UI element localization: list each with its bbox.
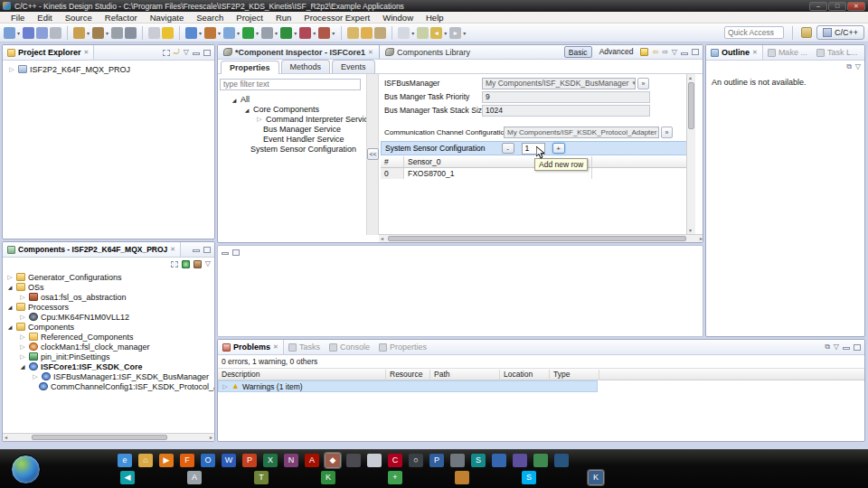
open-folder-icon[interactable] bbox=[361, 27, 373, 39]
eclipse-app-icon[interactable]: ○ bbox=[409, 454, 423, 467]
scroll-up-icon[interactable]: ▴ bbox=[689, 74, 692, 82]
debug-attach-icon[interactable] bbox=[73, 27, 85, 39]
dark-utility-icon[interactable] bbox=[346, 454, 361, 467]
priority-field[interactable]: 9 bbox=[482, 91, 650, 103]
node-osa1[interactable]: ▷ osa1:fsl_os_abstraction bbox=[6, 292, 214, 302]
filter-icon[interactable]: ⧉ bbox=[825, 343, 830, 351]
expand-arrow-icon[interactable]: ▷ bbox=[8, 66, 15, 73]
menu-refactor[interactable]: Refactor bbox=[99, 13, 144, 23]
quick-access-input[interactable] bbox=[724, 26, 784, 39]
save-all-icon[interactable] bbox=[36, 27, 48, 39]
close-window-button[interactable]: ✕ bbox=[847, 2, 865, 11]
close-icon[interactable]: ✕ bbox=[170, 246, 175, 253]
column-path[interactable]: Path bbox=[430, 370, 500, 380]
node-components[interactable]: ◢ Components bbox=[6, 322, 214, 332]
search-icon[interactable] bbox=[374, 27, 386, 39]
column-location[interactable]: Location bbox=[500, 370, 550, 380]
minimize-view-icon[interactable] bbox=[843, 347, 850, 350]
dropdown-caret-icon[interactable]: ▾ bbox=[463, 30, 466, 36]
tab-make-target[interactable]: Make ... bbox=[763, 45, 812, 60]
orange-box-icon[interactable] bbox=[455, 471, 469, 484]
new-wizard-icon[interactable] bbox=[4, 27, 15, 39]
forward-arrow-icon[interactable]: ⇨ bbox=[662, 49, 668, 56]
expanded-arrow-icon[interactable]: ◢ bbox=[231, 97, 238, 103]
focus-icon[interactable]: ⧉ bbox=[846, 63, 852, 70]
firefox-icon[interactable]: F bbox=[180, 454, 194, 467]
node-generator-configurations[interactable]: ▷ Generator_Configurations bbox=[6, 272, 214, 282]
column-type[interactable]: Type bbox=[550, 370, 599, 380]
dropdown-caret-icon[interactable]: ▾ bbox=[199, 30, 202, 36]
tab-console[interactable]: Console bbox=[325, 340, 374, 354]
scroll-right-icon[interactable]: ▸ bbox=[700, 235, 703, 243]
internet-explorer-icon[interactable]: e bbox=[118, 454, 132, 467]
view-menu-icon[interactable]: ▽ bbox=[184, 49, 189, 56]
back-icon[interactable]: ◂ bbox=[430, 27, 442, 39]
build-hammer-icon[interactable] bbox=[92, 27, 104, 39]
print-icon[interactable] bbox=[50, 27, 61, 39]
text-editor-icon[interactable] bbox=[367, 454, 382, 467]
green-plus-icon[interactable]: + bbox=[388, 471, 402, 484]
violet-app-icon[interactable] bbox=[513, 454, 527, 467]
busmanager-dropdown[interactable]: My Components/ISF_KSDK_BusManager ▼ bbox=[482, 78, 636, 89]
remove-row-button[interactable]: - bbox=[502, 143, 514, 154]
node-pin-init[interactable]: ▷ pin_init:PinSettings bbox=[6, 352, 214, 361]
media-player-icon[interactable]: ▶ bbox=[159, 454, 174, 467]
dropdown-caret-icon[interactable]: ▾ bbox=[313, 30, 316, 36]
maximize-view-icon[interactable] bbox=[203, 247, 211, 253]
tab-task-list[interactable]: Task L... bbox=[812, 45, 863, 60]
menu-window[interactable]: Window bbox=[376, 13, 420, 23]
scroll-left-icon[interactable]: ◂ bbox=[381, 235, 383, 243]
comm-channel-dropdown[interactable]: My Components/ISF_KSDK_Protocol_Adapter … bbox=[504, 127, 659, 138]
tree-node-core-components[interactable]: ◢ Core Components bbox=[218, 105, 366, 115]
onenote-icon[interactable]: N bbox=[284, 454, 298, 467]
dropdown-caret-icon[interactable]: ▾ bbox=[256, 30, 259, 36]
cut-icon[interactable] bbox=[125, 27, 137, 39]
terminate-icon[interactable] bbox=[148, 27, 160, 39]
save-icon[interactable] bbox=[23, 27, 34, 39]
word-icon[interactable]: W bbox=[222, 454, 236, 467]
minimize-view-icon[interactable] bbox=[222, 252, 229, 255]
collapse-all-icon[interactable] bbox=[163, 50, 170, 56]
project-root-node[interactable]: ▷ ISF2P2_K64F_MQX_PROJ bbox=[8, 64, 214, 74]
goto-component-button[interactable]: » bbox=[637, 78, 649, 89]
menu-navigate[interactable]: Navigate bbox=[144, 13, 191, 23]
menu-file[interactable]: File bbox=[5, 13, 31, 23]
minimize-view-icon[interactable] bbox=[681, 52, 688, 55]
menu-project[interactable]: Project bbox=[230, 13, 269, 23]
view-menu-icon[interactable]: ▽ bbox=[672, 49, 677, 56]
close-icon[interactable]: ✕ bbox=[84, 49, 90, 56]
tab-problems[interactable]: Problems ✕ bbox=[218, 340, 284, 354]
build-all-icon[interactable] bbox=[111, 27, 123, 39]
view-menu-icon[interactable]: ▽ bbox=[834, 343, 839, 351]
expanded-arrow-icon[interactable]: ◢ bbox=[243, 107, 250, 113]
blue-app-icon[interactable] bbox=[492, 454, 506, 467]
advanced-mode-button[interactable]: Advanced bbox=[596, 46, 637, 58]
filter-input[interactable] bbox=[220, 79, 361, 90]
maximize-view-icon[interactable] bbox=[854, 344, 861, 351]
collapse-all-icon[interactable] bbox=[171, 261, 178, 267]
open-type-icon[interactable] bbox=[347, 27, 359, 39]
teamcenter-icon[interactable]: S bbox=[471, 454, 486, 467]
menu-search[interactable]: Search bbox=[190, 13, 230, 23]
basic-mode-button[interactable]: Basic bbox=[564, 46, 592, 58]
close-icon[interactable]: ✕ bbox=[752, 49, 758, 56]
vertical-scrollbar[interactable]: ▴ ▾ bbox=[686, 74, 695, 235]
subtab-methods[interactable]: Methods bbox=[281, 60, 331, 73]
node-clockman1[interactable]: ▷ clockMan1:fsl_clock_manager bbox=[6, 342, 214, 352]
kds-active-icon[interactable]: K bbox=[589, 471, 603, 484]
generate-code-icon[interactable] bbox=[182, 260, 190, 268]
tree-node-all[interactable]: ◢ All bbox=[218, 95, 366, 105]
warnings-group-row[interactable]: ▷ ▲ Warnings (1 item) bbox=[218, 380, 598, 392]
kinetis-tool-icon[interactable]: K bbox=[321, 471, 335, 484]
coverage-icon[interactable] bbox=[318, 27, 330, 39]
scrollbar-thumb[interactable] bbox=[688, 82, 694, 129]
subtab-events[interactable]: Events bbox=[332, 60, 375, 73]
menu-processor-expert[interactable]: Processor Expert bbox=[297, 13, 376, 23]
goto-component-button[interactable]: » bbox=[661, 127, 673, 138]
maximize-view-icon[interactable] bbox=[232, 249, 240, 256]
close-icon[interactable]: ✕ bbox=[273, 343, 278, 351]
snipping-tool-icon[interactable]: ◀ bbox=[120, 471, 135, 484]
collapsed-arrow-icon[interactable]: ▷ bbox=[256, 116, 263, 123]
row-number-cell[interactable]: 0 bbox=[381, 168, 404, 179]
horizontal-scrollbar[interactable]: ◂ ▸ bbox=[3, 433, 214, 441]
